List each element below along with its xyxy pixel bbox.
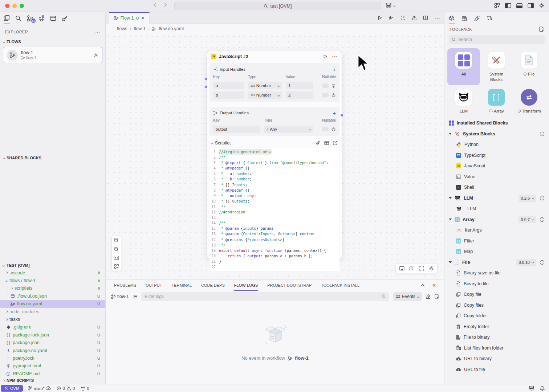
tab-flow-logs[interactable]: FLOW LOGS: [234, 280, 258, 291]
clear-logs-icon[interactable]: [426, 294, 431, 299]
input-key-field[interactable]: b: [213, 91, 244, 99]
toolpack-tab-icon[interactable]: [449, 12, 455, 24]
problems-status[interactable]: 0 0: [57, 386, 75, 391]
add-output-button[interactable]: +: [333, 110, 336, 116]
tree-item[interactable]: scriptlets: [0, 285, 105, 292]
tree-item[interactable]: { }package.jsonU: [0, 339, 105, 347]
command-center-search[interactable]: test [OVM]: [174, 2, 381, 10]
tile-llm[interactable]: LLM: [447, 85, 480, 117]
tile-file[interactable]: File: [513, 48, 545, 85]
info-icon[interactable]: [540, 217, 545, 222]
block-item-copy-folder[interactable]: Copy folder: [444, 311, 549, 322]
version-select[interactable]: 0.2.6: [518, 195, 536, 202]
block-item-binary-save-as-file[interactable]: Binary save as file: [444, 268, 549, 279]
minimap-icon[interactable]: [409, 266, 415, 271]
input-type-select[interactable]: 123Number: [248, 91, 282, 99]
toolpack-search-input[interactable]: [458, 37, 542, 42]
input-type-select[interactable]: 123Number: [248, 82, 282, 89]
block-item-url-to-file[interactable]: URL to file: [444, 364, 549, 375]
git-branch-status[interactable]: main*: [28, 386, 51, 391]
chat-tab-icon[interactable]: [487, 12, 492, 24]
tree-item[interactable]: tasks: [0, 315, 105, 323]
remote-ovm-chip[interactable]: OVM: [1, 385, 23, 392]
block-item-llm[interactable]: LLM: [444, 204, 549, 215]
input-port-b[interactable]: [205, 86, 207, 88]
input-value-field[interactable]: 2: [286, 91, 313, 99]
search-panel-icon[interactable]: [15, 12, 21, 24]
node-header[interactable]: JS JavaScript #2 ⋯: [207, 51, 342, 62]
nullable-toggle[interactable]: [322, 93, 329, 97]
version-select[interactable]: 0.0.7: [518, 216, 536, 223]
zoom-window-button[interactable]: [20, 4, 24, 8]
group-file[interactable]: File 0.0.10: [444, 257, 549, 268]
board-panel-icon[interactable]: [50, 12, 56, 24]
toggle-bottom-panel-icon[interactable]: [516, 3, 522, 8]
block-item-typescript[interactable]: TSTypeScript: [444, 150, 549, 161]
block-item-value[interactable]: Value: [444, 171, 549, 182]
group-llm[interactable]: LLM 0.2.6: [444, 193, 549, 204]
block-item-shell[interactable]: >_Shell: [444, 182, 549, 193]
log-list-icon[interactable]: [133, 294, 138, 299]
block-item-map[interactable]: [ ]Map: [444, 246, 549, 257]
toggle-right-panel-icon[interactable]: [528, 3, 534, 8]
block-item-file-to-binary[interactable]: File to binary: [444, 332, 549, 343]
row-settings-gear-icon[interactable]: [331, 127, 336, 132]
input-key-field[interactable]: a: [213, 82, 244, 89]
block-item-python[interactable]: Python: [444, 139, 549, 150]
info-icon[interactable]: [540, 260, 545, 265]
tile-all[interactable]: All: [447, 48, 480, 85]
tile-transform[interactable]: Transform: [513, 85, 545, 117]
export-flow-button[interactable]: [412, 15, 417, 21]
bootstrap-rocket-icon[interactable]: [474, 12, 480, 24]
assistant-menu[interactable]: [385, 3, 395, 9]
fit-view-icon[interactable]: [419, 266, 424, 271]
more-actions-icon[interactable]: ⋯: [95, 29, 100, 35]
fit-width-icon[interactable]: [114, 256, 119, 260]
project-section-header[interactable]: TEST [OVM]: [0, 262, 105, 269]
secrets-key-icon[interactable]: [62, 12, 68, 24]
block-item-url-to-binary[interactable]: URL to binary: [444, 354, 549, 364]
tab-toolpack-install[interactable]: TOOLPACK INSTALL: [321, 280, 359, 291]
flow-canvas[interactable]: JS JavaScript #2 ⋯ Input Handles +: [106, 34, 444, 279]
assistant-cat-icon[interactable]: [528, 385, 535, 391]
tree-item[interactable]: node_modules: [0, 308, 105, 315]
row-settings-gear-icon[interactable]: [331, 93, 336, 98]
run-selected-button[interactable]: [400, 15, 406, 21]
explorer-files-icon[interactable]: [4, 12, 10, 24]
info-icon[interactable]: [540, 131, 545, 136]
scriptlet-code[interactable]: 1//#region generated meta2/**3 * @import…: [210, 148, 339, 271]
ports-status[interactable]: 0: [81, 386, 89, 391]
flows-panel-icon[interactable]: 12: [27, 12, 33, 24]
run-node-button[interactable]: [323, 54, 328, 59]
forward-button[interactable]: [163, 2, 168, 7]
tab-project-bootstrap[interactable]: PROJECT BOOTSTRAP: [267, 280, 312, 291]
open-external-icon[interactable]: [333, 141, 337, 146]
block-item-iter-args[interactable]: [x]Iter Args: [444, 225, 549, 236]
export-logs-icon[interactable]: [434, 294, 439, 299]
tab-output[interactable]: OUTPUT: [146, 280, 162, 291]
tab-code-deps[interactable]: CODE DEPS: [201, 280, 225, 291]
settings-gear-icon[interactable]: [539, 3, 545, 8]
flow-logs-flow-chip[interactable]: flow-1: [111, 294, 129, 299]
nullable-toggle[interactable]: [322, 127, 329, 131]
block-item-empty-folder[interactable]: Empty folder: [444, 321, 549, 332]
tab-flow-1[interactable]: Flow 1 U ✕: [109, 12, 150, 24]
toolpack-search[interactable]: [449, 35, 545, 44]
layout-grid-icon[interactable]: [494, 3, 500, 8]
block-item-filter[interactable]: [ ]Filter: [444, 236, 549, 246]
tree-item[interactable]: .gitignoreU: [0, 323, 105, 331]
back-button[interactable]: [152, 2, 158, 7]
close-window-button[interactable]: [5, 4, 9, 8]
rerun-flow-button[interactable]: [389, 15, 394, 20]
node-more-icon[interactable]: ⋯: [332, 53, 338, 60]
maximize-panel-icon[interactable]: [420, 284, 425, 287]
node-javascript-2[interactable]: JS JavaScript #2 ⋯ Input Handles +: [207, 51, 342, 258]
output-key-field[interactable]: output: [213, 126, 260, 133]
block-item-javascript[interactable]: JSJavaScript: [444, 161, 549, 172]
canvas-settings-gear-icon[interactable]: [429, 266, 434, 271]
block-item-copy-file[interactable]: Copy file: [444, 289, 549, 300]
tile-array[interactable]: Array: [480, 85, 513, 117]
row-settings-gear-icon[interactable]: [331, 83, 336, 88]
block-item-list-files-from-folder[interactable]: List files from folder: [444, 343, 549, 354]
tree-item[interactable]: .flow.ui.oo.jsonU: [0, 292, 105, 300]
